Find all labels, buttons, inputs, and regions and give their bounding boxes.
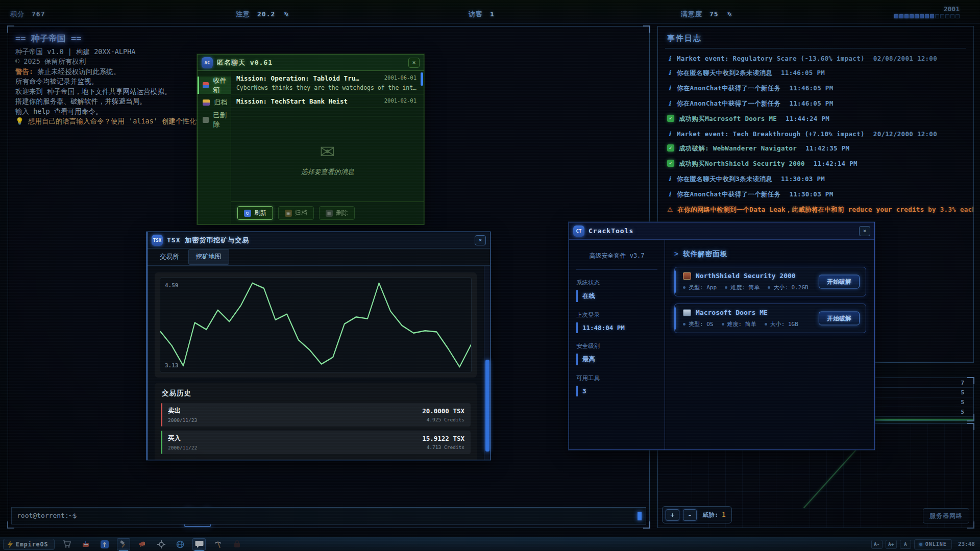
log-entry: ✓成功购买NorthShield Security 200011:42:14 P… xyxy=(667,160,973,168)
taskbar-mailbox-icon[interactable] xyxy=(79,538,92,550)
start-crack-button[interactable]: 开始破解 xyxy=(819,312,860,325)
threat-increase-button[interactable]: + xyxy=(666,509,679,521)
terminal-line: 搭建你的服务器、破解软件，并躲避当局。 xyxy=(15,96,224,107)
score-label: 积分 xyxy=(10,10,24,18)
progress-pip xyxy=(920,14,924,18)
cracktools-window: CT CrackTools × 高级安全套件 v3.7 系统状态 在线 上次登录… xyxy=(569,222,875,450)
mail-list-scrollbar[interactable] xyxy=(421,72,423,86)
font-larger-button[interactable]: A+ xyxy=(886,540,897,549)
log-entry: iMarket event: Regulatory Scare (-13.68%… xyxy=(667,55,973,62)
attention-label: 注意 xyxy=(236,10,250,18)
lightning-icon xyxy=(8,541,13,548)
taskbar-market-bag-icon[interactable] xyxy=(230,538,243,550)
taskbar-clock: 23:48 xyxy=(958,541,975,547)
year-progress xyxy=(894,14,960,18)
satisfaction-label: 满意度 xyxy=(681,10,702,18)
progress-pip xyxy=(940,14,944,18)
tsx-title: TSX 加密货币挖矿与交易 xyxy=(167,236,249,245)
refresh-button[interactable]: ↻ 刷新 xyxy=(237,206,273,220)
log-entry: ✓成功破解: WebWanderer Navigator11:42:35 PM xyxy=(667,144,973,153)
cracktools-titlebar[interactable]: CT CrackTools × xyxy=(569,222,874,240)
crack-target-card: NorthShield Security 2000 类型: App 难度: 简单… xyxy=(674,267,866,296)
cracktools-title: CrackTools xyxy=(589,227,633,235)
log-entry: i你在匿名聊天中收到2条未读消息11:46:05 PM xyxy=(667,69,973,78)
terminal-input[interactable]: root@torrent:~$ xyxy=(11,507,646,524)
font-smaller-button[interactable]: A- xyxy=(871,540,883,549)
taskbar-mining-pickaxe-icon[interactable] xyxy=(211,538,225,550)
mail-item[interactable]: Mission: TechStart Bank Heist 2001-02-01 xyxy=(231,94,424,108)
attention-value: 20.2 xyxy=(257,10,275,18)
tsx-close-button[interactable]: × xyxy=(475,235,486,245)
progress-pip xyxy=(955,14,960,18)
check-icon: ✓ xyxy=(667,115,674,122)
inbox-icon xyxy=(203,82,209,88)
warning-label: 警告: xyxy=(15,67,33,76)
archive-icon: ▣ xyxy=(285,210,292,217)
trade-row-sell: 卖出 2000/11/23 20.0000 TSX 4.925 Credits xyxy=(161,403,471,427)
taskbar-network-globe-icon[interactable] xyxy=(174,538,187,550)
folder-deleted[interactable]: 已删除 xyxy=(198,111,231,129)
threat-decrease-button[interactable]: - xyxy=(683,509,697,521)
start-crack-button[interactable]: 开始破解 xyxy=(819,275,860,289)
online-dot-icon xyxy=(919,543,922,546)
start-menu-button[interactable]: EmpireOS xyxy=(3,539,55,550)
mail-subject: Mission: TechStart Bank Heist xyxy=(236,97,348,105)
taskbar-megaphone-icon[interactable] xyxy=(136,538,149,550)
anonchat-titlebar[interactable]: AC 匿名聊天 v0.61 × xyxy=(198,55,424,71)
progress-pip xyxy=(899,14,903,18)
mail-subject: Mission: Operation: Tabloid Tru… xyxy=(236,74,359,82)
score-value: 767 xyxy=(32,10,45,18)
software-name: NorthShield Security 2000 xyxy=(696,272,796,280)
chevron-right-icon: > xyxy=(674,249,679,258)
year-value: 2001 xyxy=(894,5,960,13)
taskbar-settings-gear-icon[interactable] xyxy=(155,538,168,550)
anonchat-close-button[interactable]: × xyxy=(408,58,420,68)
trade-credits: 4.925 Credits xyxy=(422,417,464,422)
log-entry: i你在AnonChat中获得了一个新任务11:30:03 PM xyxy=(667,190,973,199)
taskbar: EmpireOS A- xyxy=(0,537,980,551)
trade-type: 卖出 xyxy=(168,407,197,415)
server-network-button[interactable]: 服务器网络 xyxy=(923,508,969,523)
chart-max-label: 4.59 xyxy=(165,282,179,289)
price-chart: 4.59 3.13 xyxy=(160,278,472,372)
archive-button[interactable]: ▣ 归档 xyxy=(278,206,314,220)
tab-exchange[interactable]: 交易所 xyxy=(153,249,186,264)
info-icon: i xyxy=(667,69,672,77)
trade-type: 买入 xyxy=(168,434,197,443)
threat-value: 1 xyxy=(722,511,725,518)
tab-mining-map[interactable]: 挖矿地图 xyxy=(188,249,229,265)
cracktools-close-button[interactable]: × xyxy=(859,226,870,236)
visitors-value: 1 xyxy=(490,10,495,18)
tsx-scrollbar[interactable] xyxy=(484,266,490,460)
attention-stat: 注意20.2 % xyxy=(236,10,289,19)
bullet-icon xyxy=(683,286,685,289)
font-reset-button[interactable]: A xyxy=(900,540,911,549)
terminal-prompt: root@torrent:~$ xyxy=(17,512,77,519)
terminal-line: 所有命令均被记录并监视。 xyxy=(15,77,224,87)
refresh-icon: ↻ xyxy=(244,210,251,217)
envelope-icon: ✉ xyxy=(320,141,335,162)
archive-icon xyxy=(203,99,210,106)
info-icon: i xyxy=(667,130,672,138)
progress-pip xyxy=(950,14,954,18)
trade-row-buy: 买入 2000/11/22 15.9122 TSX 4.713 Credits xyxy=(161,431,471,454)
empty-state-text: 选择要查看的消息 xyxy=(301,167,354,177)
bullet-icon xyxy=(683,323,685,325)
mail-item[interactable]: Mission: Operation: Tabloid Tru… 2001-06… xyxy=(231,71,424,94)
tsx-titlebar[interactable]: TSX TSX 加密货币挖矿与交易 × xyxy=(148,232,490,248)
taskbar-shop-cart-icon[interactable] xyxy=(60,538,74,550)
check-icon: ✓ xyxy=(667,144,674,152)
mail-date: 2001-02-01 xyxy=(384,97,416,105)
divider xyxy=(665,48,966,48)
log-entry: ✓成功购买Macrosoft Doors ME11:44:24 PM xyxy=(667,115,973,123)
taskbar-upload-icon[interactable] xyxy=(98,538,111,550)
folder-inbox[interactable]: 收件箱 xyxy=(198,77,231,94)
folder-archive[interactable]: 归档 xyxy=(198,94,231,111)
delete-button[interactable]: ▥ 删除 xyxy=(319,206,355,220)
tsx-scrollbar-thumb[interactable] xyxy=(485,360,489,452)
mail-toolbar: ↻ 刷新 ▣ 归档 ▥ 删除 xyxy=(231,202,424,224)
taskbar-chat-bubble-icon[interactable] xyxy=(192,538,206,550)
progress-pip xyxy=(935,14,939,18)
taskbar-build-hammer-icon[interactable] xyxy=(117,538,130,550)
year-indicator: 2001 xyxy=(894,5,960,18)
